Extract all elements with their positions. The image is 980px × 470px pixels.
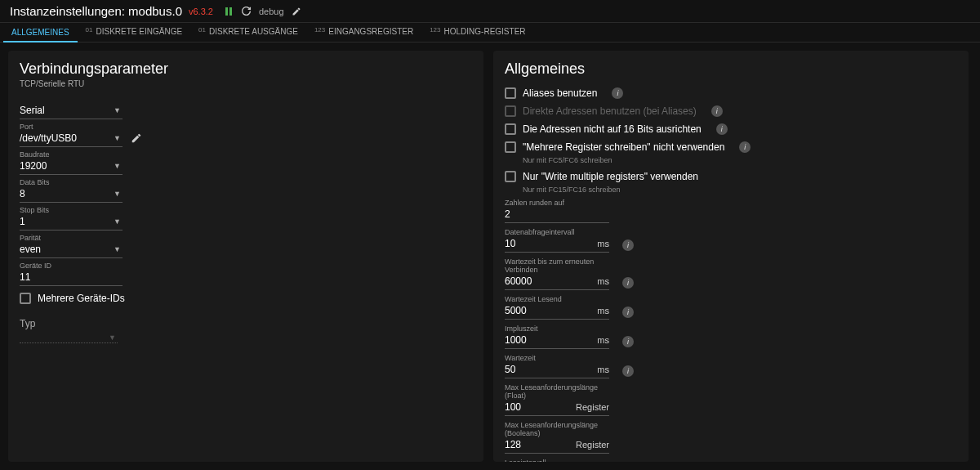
direct-addr-checkbox — [505, 105, 516, 117]
page-title: Instanzeinstellungen: modbus.0 — [10, 4, 182, 18]
version-badge: v6.3.2 — [189, 7, 213, 16]
info-icon[interactable]: i — [622, 307, 634, 318]
info-icon[interactable]: i — [739, 141, 751, 153]
max-read-bool-input[interactable] — [505, 437, 572, 453]
round-label: Zahlen runden auf — [505, 199, 609, 207]
reconnect-label: Wartezeit bis zum erneuten Verbinden — [505, 257, 609, 274]
only-multi-reg-label: Nur "Write multiple registers" verwenden — [523, 171, 698, 182]
device-id-label: Geräte ID — [20, 262, 51, 270]
svg-rect-1 — [229, 7, 232, 16]
tab-allgemeines[interactable]: ALLGEMEINES — [3, 23, 78, 42]
poll-input[interactable] — [505, 236, 594, 252]
info-icon[interactable]: i — [622, 365, 634, 377]
port-select[interactable] — [20, 124, 122, 147]
tab-diskrete-eingaenge[interactable]: 01DISKRETE EINGÄNGE — [78, 21, 190, 42]
pulse-input[interactable] — [505, 333, 594, 348]
aliases-checkbox[interactable] — [505, 87, 516, 99]
info-icon[interactable]: i — [622, 277, 634, 289]
parity-label: Parität — [20, 234, 41, 242]
only-multi-reg-checkbox[interactable] — [505, 171, 516, 182]
connection-subtitle: TCP/Serielle RTU — [20, 79, 472, 88]
tab-holding-register[interactable]: 123HOLDING-REGISTER — [421, 21, 533, 42]
no-multi-reg-label: "Mehrere Register schreiben" nicht verwe… — [523, 141, 724, 153]
no-multi-reg-checkbox[interactable] — [505, 141, 516, 153]
type-select[interactable] — [20, 330, 118, 343]
only-multi-reg-note: Nur mit FC15/FC16 schreiben — [523, 186, 957, 194]
no-multi-reg-note: Nur mit FC5/FC6 schreiben — [523, 156, 957, 164]
debug-label: debug — [259, 7, 284, 16]
wait-input[interactable] — [505, 362, 594, 378]
databits-label: Data Bits — [20, 178, 50, 186]
read-wait-label: Wartezeit Lesend — [505, 295, 609, 303]
info-icon[interactable]: i — [711, 105, 723, 117]
edit-icon[interactable] — [287, 2, 305, 20]
reconnect-input[interactable] — [505, 274, 594, 289]
general-panel: Allgemeines Aliases benutzen i Direkte A… — [493, 51, 969, 462]
tab-bar: ALLGEMEINES 01DISKRETE EINGÄNGE 01DISKRE… — [0, 23, 980, 43]
read-interval-label: Leseintervall — [505, 459, 609, 462]
connection-panel: Verbindungsparameter TCP/Serielle RTU ▼ … — [8, 51, 483, 462]
connection-type-select[interactable] — [20, 96, 122, 119]
align16-checkbox[interactable] — [505, 123, 516, 135]
poll-label: Datenabfrageintervall — [505, 228, 609, 236]
refresh-icon[interactable] — [238, 2, 256, 20]
edit-port-icon[interactable] — [131, 132, 142, 147]
svg-rect-0 — [225, 7, 228, 16]
multiple-ids-checkbox[interactable] — [20, 293, 31, 304]
info-icon[interactable]: i — [622, 239, 634, 251]
aliases-label: Aliases benutzen — [523, 87, 597, 99]
connection-title: Verbindungsparameter — [20, 60, 472, 78]
type-label: Typ — [20, 318, 35, 329]
tab-diskrete-ausgaenge[interactable]: 01DISKRETE AUSGÄNGE — [190, 21, 306, 42]
multiple-ids-label: Mehrere Geräte-IDs — [38, 293, 125, 304]
info-icon[interactable]: i — [612, 87, 623, 99]
wait-label: Wartezeit — [505, 354, 609, 362]
max-read-float-label: Max Leseanforderungslänge (Float) — [505, 383, 609, 400]
port-label: Port — [20, 123, 33, 131]
info-icon[interactable]: i — [622, 336, 634, 347]
direct-addr-label: Direkte Adressen benutzen (bei Aliases) — [523, 105, 697, 117]
align16-label: Die Adressen nicht auf 16 Bits ausrichte… — [523, 123, 702, 135]
info-icon[interactable]: i — [716, 123, 728, 135]
pause-icon[interactable] — [220, 2, 238, 20]
max-read-float-input[interactable] — [505, 400, 572, 415]
tab-eingangsregister[interactable]: 123EINGANGSREGISTER — [306, 21, 421, 42]
pulse-label: Impluszeit — [505, 325, 609, 333]
general-title: Allgemeines — [505, 60, 957, 78]
read-wait-input[interactable] — [505, 303, 594, 319]
stopbits-label: Stop Bits — [20, 206, 49, 214]
round-input[interactable] — [505, 207, 609, 222]
baudrate-label: Baudrate — [20, 150, 50, 159]
max-read-bool-label: Max Leseanforderungslänge (Booleans) — [505, 421, 609, 437]
